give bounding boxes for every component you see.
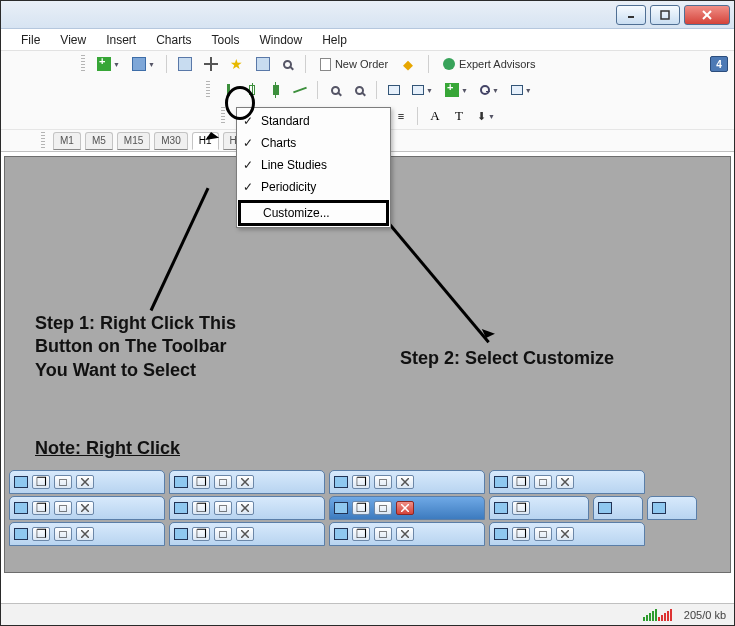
document-icon [132,57,146,71]
mdi-close-button[interactable] [556,527,574,541]
mdi-restore-button[interactable]: ❐ [192,475,210,489]
toolbar-grip[interactable] [81,55,85,73]
toolbar-grip[interactable] [206,81,210,99]
window-maximize-button[interactable] [650,5,680,25]
mdi-restore-button[interactable]: ❐ [192,501,210,515]
data-window-button[interactable]: ★ [226,54,248,74]
mdi-restore-button[interactable]: ❐ [32,501,50,515]
new-order-button[interactable]: New Order [313,54,395,74]
mdi-maximize-button[interactable]: □ [214,527,232,541]
objects-button[interactable]: ⬇▼ [473,106,499,126]
mdi-close-button[interactable] [236,527,254,541]
mdi-maximize-button[interactable]: □ [374,527,392,541]
toolbar-grip[interactable] [41,132,45,150]
mdi-close-button[interactable] [236,475,254,489]
mdi-restore-button[interactable]: ❐ [352,527,370,541]
mdi-child-window[interactable] [593,496,643,520]
indicators-button[interactable]: ▼ [441,80,472,100]
mdi-child-window[interactable]: ❐ [489,496,589,520]
mdi-child-window[interactable]: ❐□ [9,470,165,494]
mdi-close-button[interactable] [236,501,254,515]
mdi-child-window[interactable]: ❐□ [169,496,325,520]
mdi-close-button[interactable] [76,527,94,541]
mdi-restore-button[interactable]: ❐ [512,501,530,515]
mdi-restore-button[interactable]: ❐ [32,527,50,541]
text-tool-button[interactable]: A [425,106,445,126]
ctx-line-studies[interactable]: ✓Line Studies [239,154,388,176]
mdi-maximize-button[interactable]: □ [534,527,552,541]
line-chart-button[interactable] [290,80,310,100]
mdi-maximize-button[interactable]: □ [534,475,552,489]
window-minimize-button[interactable] [616,5,646,25]
periodicity-button[interactable]: ▼ [476,80,503,100]
mdi-child-window-active[interactable]: ❐□ [329,496,485,520]
auto-scroll-button[interactable] [384,80,404,100]
ctx-periodicity[interactable]: ✓Periodicity [239,176,388,198]
annotation-circle [225,86,255,120]
advisor-icon [443,58,455,70]
menu-insert[interactable]: Insert [96,31,146,49]
window-close-button[interactable] [684,5,730,25]
period-m30[interactable]: M30 [154,132,187,150]
mdi-maximize-button[interactable]: □ [374,501,392,515]
mdi-child-window[interactable]: ❐□ [489,522,645,546]
mdi-close-button[interactable] [396,475,414,489]
mdi-child-window[interactable]: ❐□ [329,470,485,494]
market-watch-button[interactable] [174,54,196,74]
mdi-restore-button[interactable]: ❐ [192,527,210,541]
mdi-child-window[interactable]: ❐□ [9,496,165,520]
mdi-close-button[interactable] [76,475,94,489]
period-m1[interactable]: M1 [53,132,81,150]
mdi-restore-button[interactable]: ❐ [352,475,370,489]
mdi-child-window[interactable]: ❐□ [329,522,485,546]
mdi-maximize-button[interactable]: □ [54,527,72,541]
mdi-close-button[interactable] [396,501,414,515]
ctx-charts[interactable]: ✓Charts [239,132,388,154]
mdi-child-window[interactable]: ❐□ [489,470,645,494]
period-m5[interactable]: M5 [85,132,113,150]
zoom-out-button[interactable] [349,80,369,100]
ctx-customize[interactable]: Customize... [238,200,389,226]
period-m15[interactable]: M15 [117,132,150,150]
alert-button[interactable]: ◆ [399,54,421,74]
chart-shift-button[interactable]: ▼ [408,80,437,100]
mdi-child-window[interactable]: ❐□ [169,522,325,546]
mdi-close-button[interactable] [396,527,414,541]
crosshair-button[interactable] [200,54,222,74]
mdi-maximize-button[interactable]: □ [214,475,232,489]
menu-view[interactable]: View [50,31,96,49]
mdi-restore-button[interactable]: ❐ [512,527,530,541]
zoom-in-icon [331,86,340,95]
zoom-in-button[interactable] [325,80,345,100]
mdi-child-window[interactable]: ❐□ [9,522,165,546]
mdi-close-button[interactable] [76,501,94,515]
navigator-button[interactable] [252,54,274,74]
mdi-close-button[interactable] [556,475,574,489]
menu-tools[interactable]: Tools [202,31,250,49]
candlestick-filled-button[interactable] [266,80,286,100]
terminal-button[interactable] [278,54,298,74]
mdi-maximize-button[interactable]: □ [54,475,72,489]
fibonacci-button[interactable]: ≡ [390,106,410,126]
toolbar-grip[interactable] [221,107,225,125]
mdi-maximize-button[interactable]: □ [374,475,392,489]
mdi-restore-button[interactable]: ❐ [352,501,370,515]
menu-help[interactable]: Help [312,31,357,49]
ctx-standard[interactable]: ✓Standard [239,110,388,132]
expert-advisors-button[interactable]: Expert Advisors [436,54,542,74]
profiles-button[interactable]: ▼ [128,54,159,74]
mdi-restore-button[interactable]: ❐ [32,475,50,489]
new-chart-button[interactable]: ▼ [93,54,124,74]
templates-button[interactable]: ▼ [507,80,536,100]
text-label-button[interactable]: T [449,106,469,126]
mdi-maximize-button[interactable]: □ [214,501,232,515]
menu-file[interactable]: File [11,31,50,49]
menu-window[interactable]: Window [250,31,313,49]
mdi-child-window[interactable]: ❐□ [169,470,325,494]
menubar: File View Insert Charts Tools Window Hel… [1,29,734,51]
alerts-count-badge[interactable]: 4 [710,56,728,72]
mdi-child-window[interactable] [647,496,697,520]
mdi-restore-button[interactable]: ❐ [512,475,530,489]
menu-charts[interactable]: Charts [146,31,201,49]
mdi-maximize-button[interactable]: □ [54,501,72,515]
